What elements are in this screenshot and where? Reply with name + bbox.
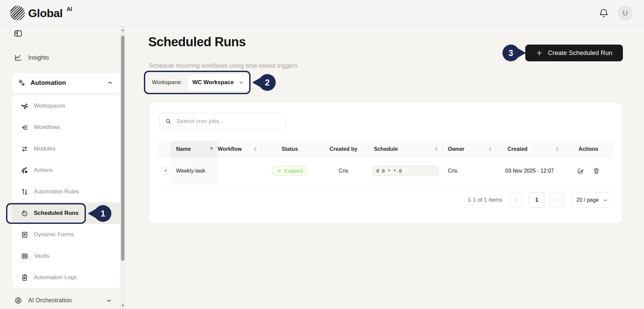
automation-rules-icon [21, 188, 29, 196]
logo-text: Global [28, 6, 63, 20]
sidebar-group-ai-orchestration[interactable]: AI Orchestration [14, 296, 115, 305]
dynamic-forms-document-icon [21, 231, 29, 239]
column-label: Name [176, 146, 191, 152]
edit-icon[interactable] [577, 167, 584, 175]
sidebar: Insights Automation Workspaces [0, 26, 120, 309]
pagination-page-1[interactable]: 1 [529, 192, 544, 208]
sidebar-item-automation-rules[interactable]: Automation Rules [12, 181, 120, 202]
sort-carets-icon[interactable] [435, 147, 438, 151]
marker-number: 3 [508, 48, 513, 58]
create-scheduled-run-button[interactable]: Create Scheduled Run [525, 45, 623, 61]
sidebar-automation-submenu: Workspaces Workflows Modules [12, 95, 120, 288]
sort-carets-icon[interactable] [210, 147, 213, 151]
sort-carets-icon[interactable] [556, 147, 558, 151]
header-owner[interactable]: Owner [442, 141, 496, 157]
vaults-safe-icon [21, 252, 29, 260]
sidebar-group-label: Automation [31, 79, 66, 86]
notifications-bell-icon[interactable] [598, 8, 609, 19]
sidebar-group-label: AI Orchestration [28, 297, 72, 304]
delete-trash-icon[interactable] [593, 167, 600, 175]
table-header-row: Name Workflow Status Created by Schedule… [157, 141, 613, 158]
search-input[interactable] [176, 118, 280, 125]
sidebar-item-workflows[interactable]: Workflows [12, 117, 120, 138]
search-box [159, 113, 285, 130]
automation-gears-icon [17, 79, 26, 87]
top-header: Global AI U [0, 0, 644, 26]
cell-expand [157, 158, 171, 184]
modules-swap-icon [21, 145, 29, 153]
marker-number: 1 [101, 209, 105, 219]
workspaces-network-icon [21, 102, 29, 110]
table-row: Weekly-task Enabled Cris 0 0 * * 0 Cris … [157, 158, 613, 184]
avatar-initial: U [623, 9, 628, 17]
sidebar-item-modules[interactable]: Modules [12, 138, 120, 160]
workspace-label: Workspace: [152, 79, 182, 86]
marker-number: 2 [265, 78, 270, 87]
status-gear-icon [277, 168, 282, 173]
cell-schedule: 0 0 * * 0 [369, 158, 442, 184]
expand-row-icon[interactable] [161, 167, 169, 175]
cell-owner: Cris [442, 158, 496, 184]
sidebar-collapse-icon[interactable] [13, 29, 23, 38]
header-name[interactable]: Name [171, 141, 218, 157]
header-schedule[interactable]: Schedule [369, 141, 442, 157]
header-status: Status [261, 141, 318, 157]
header-expand [157, 141, 171, 157]
create-button-label: Create Scheduled Run [548, 49, 612, 57]
workspace-selector-highlight: Workspace: WC Workspace [144, 71, 251, 94]
sidebar-item-label: Automation Logs [34, 274, 77, 281]
pagination-next-button[interactable] [550, 192, 565, 208]
page-title: Scheduled Runs [148, 35, 246, 49]
sidebar-item-actions[interactable]: Actions [12, 160, 120, 181]
app-logo: Global AI [10, 6, 72, 20]
page-size-value: 20 / page [576, 197, 599, 203]
sidebar-scrollbar[interactable] [120, 26, 125, 309]
sidebar-item-insights[interactable]: Insights [14, 54, 49, 62]
sidebar-item-vaults[interactable]: Vaults [12, 245, 120, 267]
column-label: Workflow [218, 146, 242, 152]
user-avatar[interactable]: U [618, 6, 633, 20]
logo-hatched-circle-icon [10, 6, 25, 20]
sidebar-item-label: Insights [28, 54, 49, 61]
scrollbar-down-arrow-icon[interactable] [121, 305, 124, 307]
scheduled-runs-table: Name Workflow Status Created by Schedule… [157, 141, 613, 184]
ai-orchestration-brain-icon [14, 296, 22, 305]
cell-status: Enabled [261, 158, 318, 184]
column-label: Owner [448, 146, 465, 152]
sidebar-item-label: Workspaces [34, 103, 65, 109]
cron-expression-field[interactable]: 0 0 * * 0 [373, 166, 438, 176]
header-workflow[interactable]: Workflow [218, 141, 261, 157]
chevron-down-icon [238, 80, 244, 85]
sidebar-group-automation[interactable]: Automation [12, 73, 120, 92]
pagination-prev-button[interactable] [508, 192, 524, 208]
annotation-marker-3: 3 [502, 45, 519, 61]
sidebar-item-label: Automation Rules [34, 188, 79, 195]
chevron-down-icon [106, 298, 112, 304]
scrollbar-up-arrow-icon[interactable] [121, 29, 124, 31]
sidebar-item-label: Modules [34, 145, 55, 152]
cell-workflow [218, 158, 261, 184]
page-subtitle: Schedule recurring workflows using time-… [149, 62, 299, 69]
page-size-select[interactable]: 20 / page [571, 192, 613, 208]
scrollbar-thumb[interactable] [121, 36, 124, 261]
sidebar-item-automation-logs[interactable]: Automation Logs [12, 267, 120, 288]
column-label: Created by [330, 146, 358, 152]
cell-actions [563, 158, 613, 184]
scheduled-runs-card: Name Workflow Status Created by Schedule… [149, 103, 622, 224]
automation-logs-clipboard-icon [21, 274, 29, 282]
chevron-up-icon [107, 80, 113, 86]
sort-carets-icon[interactable] [489, 147, 491, 151]
sidebar-item-workspaces[interactable]: Workspaces [12, 95, 120, 117]
workspace-dropdown[interactable]: WC Workspace [187, 74, 249, 91]
column-label: Created [507, 146, 528, 152]
sidebar-item-label: Workflows [34, 124, 60, 131]
column-label: Schedule [374, 146, 398, 152]
workflows-merge-icon [21, 124, 29, 131]
sort-carets-icon[interactable] [254, 147, 257, 151]
sidebar-item-label: Vaults [34, 253, 49, 259]
header-created[interactable]: Created [496, 141, 563, 157]
actions-network-bolt-icon [21, 167, 29, 174]
sidebar-item-label: Dynamic Forms [34, 231, 74, 238]
sidebar-item-dynamic-forms[interactable]: Dynamic Forms [12, 224, 120, 245]
chevron-down-icon [603, 198, 608, 203]
